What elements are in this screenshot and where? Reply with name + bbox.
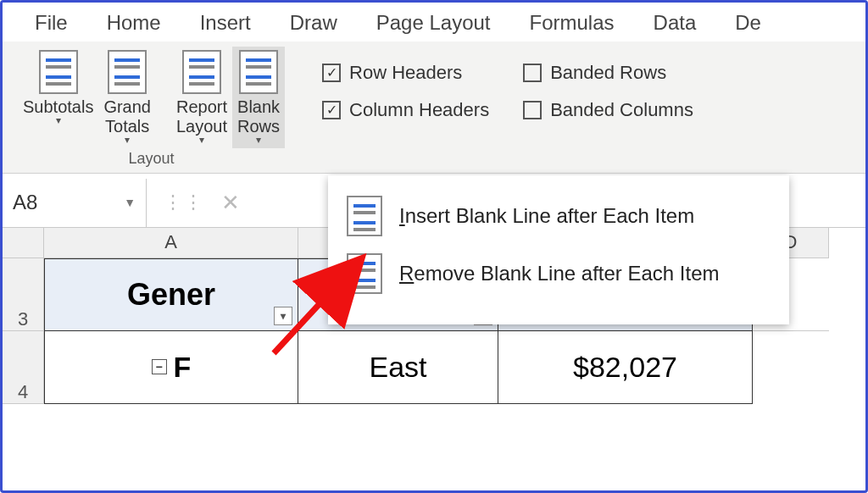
subtotals-icon xyxy=(39,50,78,94)
name-box-value: A8 xyxy=(13,191,37,214)
select-all-corner[interactable] xyxy=(3,228,43,258)
tab-file[interactable]: File xyxy=(35,11,68,35)
subtotals-button[interactable]: Subtotals ▾ xyxy=(18,47,98,148)
chevron-down-icon: ▾ xyxy=(125,135,130,147)
chk-row-headers-label: Row Headers xyxy=(349,62,462,84)
report-layout-button[interactable]: Report Layout ▾ xyxy=(171,47,232,148)
grand-totals-icon xyxy=(108,50,147,94)
checkbox-checked-icon: ✓ xyxy=(322,64,341,82)
report-layout-label: Report Layout xyxy=(176,97,227,136)
chk-banded-rows[interactable]: Banded Rows xyxy=(523,62,693,84)
chevron-down-icon: ▼ xyxy=(124,196,136,209)
tab-developer-cut[interactable]: De xyxy=(735,11,761,35)
tab-insert[interactable]: Insert xyxy=(200,11,251,35)
chk-banded-columns[interactable]: Banded Columns xyxy=(523,99,693,121)
ribbon-group-layout: Subtotals ▾ Grand Totals ▾ Report Layout… xyxy=(14,47,288,173)
pivot-cell-region[interactable]: East xyxy=(298,331,498,404)
chk-banded-columns-label: Banded Columns xyxy=(550,99,693,121)
pivot-style-options: ✓ Row Headers Banded Rows ✓ Column Heade… xyxy=(288,47,693,121)
pivot-header-gener[interactable]: Gener ▾ xyxy=(44,258,298,331)
blank-rows-dropdown: Insert Blank Line after Each Item Remove… xyxy=(328,175,789,324)
insert-blank-line-item[interactable]: Insert Blank Line after Each Item xyxy=(340,187,781,245)
insert-blank-line-icon xyxy=(347,196,382,236)
pivot-row-label-f-text: F xyxy=(174,351,192,384)
checkbox-checked-icon: ✓ xyxy=(322,101,341,119)
filter-drop-icon[interactable]: ▾ xyxy=(274,307,292,325)
remove-blank-line-label: Remove Blank Line after Each Item xyxy=(399,262,720,285)
grip-icon: ⋮⋮ xyxy=(164,191,204,213)
col-header-a[interactable]: A xyxy=(44,228,298,258)
insert-blank-line-label: Insert Blank Line after Each Item xyxy=(399,204,694,228)
chk-banded-rows-label: Banded Rows xyxy=(550,62,666,84)
chevron-down-icon: ▾ xyxy=(256,135,261,147)
main-tab-strip: File Home Insert Draw Page Layout Formul… xyxy=(3,3,865,42)
pivot-cell-salary[interactable]: $82,027 xyxy=(498,331,753,404)
chk-column-headers-label: Column Headers xyxy=(349,99,489,121)
empty-cell[interactable] xyxy=(753,331,829,404)
checkbox-unchecked-icon xyxy=(523,64,542,82)
remove-blank-line-icon xyxy=(347,253,382,294)
row-header-4[interactable]: 4 xyxy=(3,331,43,404)
ribbon-group-label-layout: Layout xyxy=(129,150,175,169)
name-box[interactable]: A8 ▼ xyxy=(3,179,147,227)
blank-rows-label: Blank Rows xyxy=(237,97,280,136)
cancel-formula-icon[interactable]: ✕ xyxy=(221,190,240,216)
report-layout-icon xyxy=(182,50,221,94)
blank-rows-icon xyxy=(239,50,278,94)
pivot-header-gener-label: Gener xyxy=(127,277,215,313)
remove-blank-line-item[interactable]: Remove Blank Line after Each Item xyxy=(340,245,781,302)
grand-totals-button[interactable]: Grand Totals ▾ xyxy=(98,47,156,148)
tab-page-layout[interactable]: Page Layout xyxy=(376,11,491,35)
tab-data[interactable]: Data xyxy=(654,11,697,35)
row-header-3[interactable]: 3 xyxy=(3,258,43,331)
chk-column-headers[interactable]: ✓ Column Headers xyxy=(322,99,489,121)
tab-formulas[interactable]: Formulas xyxy=(530,11,615,35)
collapse-minus-icon[interactable]: − xyxy=(152,359,167,374)
blank-rows-button[interactable]: Blank Rows ▾ xyxy=(232,47,285,148)
pivot-row-label-f[interactable]: − F xyxy=(44,331,298,404)
chevron-down-icon: ▾ xyxy=(56,115,61,127)
chevron-down-icon: ▾ xyxy=(199,135,204,147)
checkbox-unchecked-icon xyxy=(523,101,542,119)
tab-home[interactable]: Home xyxy=(107,11,161,35)
chk-row-headers[interactable]: ✓ Row Headers xyxy=(322,62,489,84)
ribbon: Subtotals ▾ Grand Totals ▾ Report Layout… xyxy=(3,42,865,174)
tab-draw[interactable]: Draw xyxy=(290,11,337,35)
grand-totals-label: Grand Totals xyxy=(103,97,151,136)
